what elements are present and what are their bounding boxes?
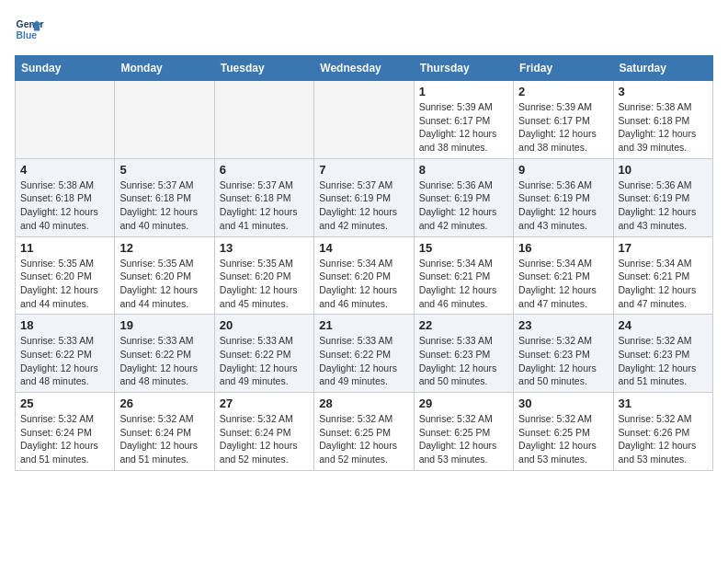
calendar-cell: [115, 81, 214, 159]
day-number: 31: [619, 396, 708, 410]
weekday-header-sunday: Sunday: [16, 56, 115, 81]
weekday-header-friday: Friday: [514, 56, 613, 81]
day-number: 19: [119, 318, 209, 332]
day-info: Sunrise: 5:32 AM Sunset: 6:24 PM Dayligh…: [20, 412, 109, 466]
day-info: Sunrise: 5:32 AM Sunset: 6:25 PM Dayligh…: [319, 412, 408, 466]
day-info: Sunrise: 5:34 AM Sunset: 6:21 PM Dayligh…: [619, 257, 708, 311]
day-number: 17: [619, 241, 708, 255]
calendar-cell: 20Sunrise: 5:33 AM Sunset: 6:22 PM Dayli…: [214, 315, 313, 393]
day-number: 2: [518, 85, 608, 98]
day-number: 20: [220, 318, 309, 332]
day-info: Sunrise: 5:39 AM Sunset: 6:17 PM Dayligh…: [419, 100, 508, 155]
day-info: Sunrise: 5:38 AM Sunset: 6:18 PM Dayligh…: [619, 100, 708, 155]
day-number: 29: [419, 396, 508, 410]
day-number: 4: [20, 163, 109, 177]
day-info: Sunrise: 5:33 AM Sunset: 6:23 PM Dayligh…: [419, 334, 508, 388]
calendar-cell: 16Sunrise: 5:34 AM Sunset: 6:21 PM Dayli…: [514, 236, 613, 315]
calendar-cell: 3Sunrise: 5:38 AM Sunset: 6:18 PM Daylig…: [613, 81, 712, 159]
day-info: Sunrise: 5:32 AM Sunset: 6:26 PM Dayligh…: [619, 412, 708, 466]
day-number: 13: [220, 241, 309, 255]
day-info: Sunrise: 5:32 AM Sunset: 6:25 PM Dayligh…: [518, 412, 608, 466]
day-number: 26: [119, 396, 209, 410]
calendar-cell: 9Sunrise: 5:36 AM Sunset: 6:19 PM Daylig…: [514, 158, 613, 236]
logo: General Blue: [15, 15, 44, 44]
day-number: 23: [518, 318, 608, 332]
day-number: 22: [419, 318, 508, 332]
calendar-cell: 31Sunrise: 5:32 AM Sunset: 6:26 PM Dayli…: [613, 393, 712, 471]
day-info: Sunrise: 5:37 AM Sunset: 6:19 PM Dayligh…: [319, 178, 408, 233]
calendar-cell: 25Sunrise: 5:32 AM Sunset: 6:24 PM Dayli…: [16, 393, 115, 471]
day-info: Sunrise: 5:33 AM Sunset: 6:22 PM Dayligh…: [20, 334, 109, 388]
calendar-cell: 6Sunrise: 5:37 AM Sunset: 6:18 PM Daylig…: [214, 158, 313, 236]
day-info: Sunrise: 5:32 AM Sunset: 6:25 PM Dayligh…: [419, 412, 508, 466]
calendar-cell: 30Sunrise: 5:32 AM Sunset: 6:25 PM Dayli…: [514, 393, 613, 471]
calendar-week-1: 1Sunrise: 5:39 AM Sunset: 6:17 PM Daylig…: [16, 81, 713, 159]
day-number: 16: [518, 241, 608, 255]
day-info: Sunrise: 5:34 AM Sunset: 6:21 PM Dayligh…: [518, 257, 608, 311]
day-info: Sunrise: 5:34 AM Sunset: 6:21 PM Dayligh…: [419, 257, 508, 311]
calendar-cell: 22Sunrise: 5:33 AM Sunset: 6:23 PM Dayli…: [414, 315, 513, 393]
calendar-cell: 2Sunrise: 5:39 AM Sunset: 6:17 PM Daylig…: [514, 81, 613, 159]
day-number: 11: [20, 241, 109, 255]
day-number: 25: [20, 396, 109, 410]
day-number: 12: [119, 241, 209, 255]
day-info: Sunrise: 5:35 AM Sunset: 6:20 PM Dayligh…: [20, 257, 109, 311]
calendar-cell: 7Sunrise: 5:37 AM Sunset: 6:19 PM Daylig…: [314, 158, 414, 236]
calendar-week-5: 25Sunrise: 5:32 AM Sunset: 6:24 PM Dayli…: [16, 393, 713, 471]
calendar-cell: 1Sunrise: 5:39 AM Sunset: 6:17 PM Daylig…: [414, 81, 513, 159]
day-info: Sunrise: 5:33 AM Sunset: 6:22 PM Dayligh…: [319, 334, 408, 388]
page-header: General Blue: [15, 15, 713, 44]
calendar-cell: 8Sunrise: 5:36 AM Sunset: 6:19 PM Daylig…: [414, 158, 513, 236]
day-info: Sunrise: 5:35 AM Sunset: 6:20 PM Dayligh…: [220, 257, 309, 311]
day-number: 1: [419, 85, 508, 98]
day-number: 8: [419, 163, 508, 177]
day-info: Sunrise: 5:37 AM Sunset: 6:18 PM Dayligh…: [220, 178, 309, 233]
calendar-cell: 5Sunrise: 5:37 AM Sunset: 6:18 PM Daylig…: [115, 158, 214, 236]
day-info: Sunrise: 5:33 AM Sunset: 6:22 PM Dayligh…: [220, 334, 309, 388]
calendar-week-4: 18Sunrise: 5:33 AM Sunset: 6:22 PM Dayli…: [16, 315, 713, 393]
calendar-cell: 26Sunrise: 5:32 AM Sunset: 6:24 PM Dayli…: [115, 393, 214, 471]
day-info: Sunrise: 5:38 AM Sunset: 6:18 PM Dayligh…: [20, 178, 109, 233]
day-number: 21: [319, 318, 408, 332]
logo-icon: General Blue: [15, 15, 44, 44]
day-number: 9: [518, 163, 608, 177]
calendar-cell: 23Sunrise: 5:32 AM Sunset: 6:23 PM Dayli…: [514, 315, 613, 393]
calendar-cell: 4Sunrise: 5:38 AM Sunset: 6:18 PM Daylig…: [16, 158, 115, 236]
day-number: 18: [20, 318, 109, 332]
calendar-cell: 10Sunrise: 5:36 AM Sunset: 6:19 PM Dayli…: [613, 158, 712, 236]
calendar-cell: 18Sunrise: 5:33 AM Sunset: 6:22 PM Dayli…: [16, 315, 115, 393]
svg-text:Blue: Blue: [17, 30, 38, 40]
calendar-week-3: 11Sunrise: 5:35 AM Sunset: 6:20 PM Dayli…: [16, 236, 713, 315]
calendar-cell: 17Sunrise: 5:34 AM Sunset: 6:21 PM Dayli…: [613, 236, 712, 315]
day-number: 7: [319, 163, 408, 177]
day-info: Sunrise: 5:33 AM Sunset: 6:22 PM Dayligh…: [119, 334, 209, 388]
calendar-cell: 12Sunrise: 5:35 AM Sunset: 6:20 PM Dayli…: [115, 236, 214, 315]
weekday-header-row: SundayMondayTuesdayWednesdayThursdayFrid…: [16, 56, 713, 81]
weekday-header-monday: Monday: [115, 56, 214, 81]
day-number: 15: [419, 241, 508, 255]
weekday-header-tuesday: Tuesday: [214, 56, 313, 81]
calendar-cell: 14Sunrise: 5:34 AM Sunset: 6:20 PM Dayli…: [314, 236, 414, 315]
day-number: 5: [119, 163, 209, 177]
weekday-header-saturday: Saturday: [613, 56, 712, 81]
calendar-cell: 24Sunrise: 5:32 AM Sunset: 6:23 PM Dayli…: [613, 315, 712, 393]
day-info: Sunrise: 5:37 AM Sunset: 6:18 PM Dayligh…: [119, 178, 209, 233]
day-number: 27: [220, 396, 309, 410]
day-info: Sunrise: 5:36 AM Sunset: 6:19 PM Dayligh…: [619, 178, 708, 233]
calendar-cell: [314, 81, 414, 159]
weekday-header-wednesday: Wednesday: [314, 56, 414, 81]
day-info: Sunrise: 5:36 AM Sunset: 6:19 PM Dayligh…: [518, 178, 608, 233]
calendar-cell: 19Sunrise: 5:33 AM Sunset: 6:22 PM Dayli…: [115, 315, 214, 393]
calendar-cell: 29Sunrise: 5:32 AM Sunset: 6:25 PM Dayli…: [414, 393, 513, 471]
calendar-cell: [16, 81, 115, 159]
calendar-cell: 13Sunrise: 5:35 AM Sunset: 6:20 PM Dayli…: [214, 236, 313, 315]
calendar-cell: 28Sunrise: 5:32 AM Sunset: 6:25 PM Dayli…: [314, 393, 414, 471]
calendar-cell: [214, 81, 313, 159]
day-info: Sunrise: 5:32 AM Sunset: 6:23 PM Dayligh…: [619, 334, 708, 388]
day-number: 3: [619, 85, 708, 98]
day-info: Sunrise: 5:39 AM Sunset: 6:17 PM Dayligh…: [518, 100, 608, 155]
calendar-week-2: 4Sunrise: 5:38 AM Sunset: 6:18 PM Daylig…: [16, 158, 713, 236]
day-number: 10: [619, 163, 708, 177]
day-number: 6: [220, 163, 309, 177]
day-number: 28: [319, 396, 408, 410]
